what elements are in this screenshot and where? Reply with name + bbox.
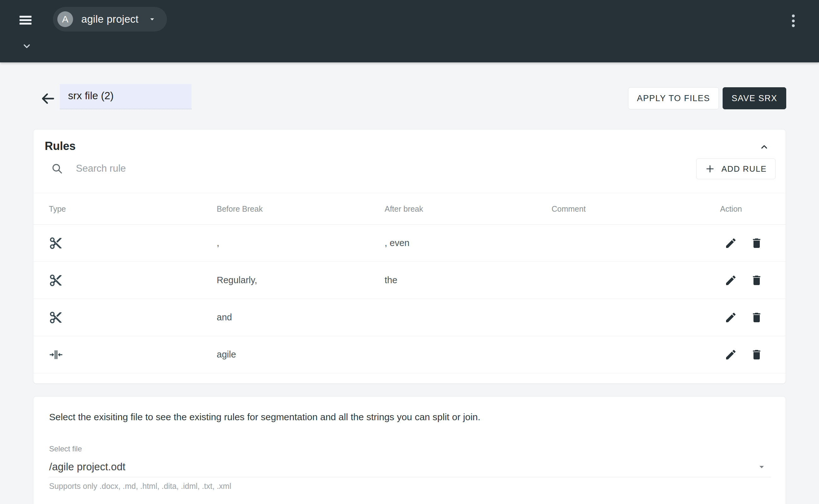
- delete-rule-button[interactable]: [750, 236, 764, 250]
- srx-title-input[interactable]: [60, 84, 192, 109]
- avatar: A: [57, 11, 73, 27]
- join-icon: [49, 348, 63, 362]
- add-rule-label: ADD RULE: [721, 164, 766, 174]
- project-switcher[interactable]: A agile project: [53, 7, 167, 31]
- column-header-comment: Comment: [552, 204, 720, 214]
- collapse-section-button[interactable]: [757, 141, 772, 153]
- trash-icon: [750, 348, 763, 361]
- scissors-icon: [49, 236, 63, 250]
- arrow-left-icon: [40, 90, 56, 107]
- rules-card-header: Rules: [33, 129, 786, 155]
- project-name: agile project: [81, 13, 139, 25]
- menu-icon[interactable]: [20, 16, 31, 25]
- pencil-icon: [725, 311, 737, 324]
- edit-rule-button[interactable]: [724, 348, 738, 362]
- delete-rule-button[interactable]: [750, 348, 764, 362]
- file-format-helper-text: Supports only .docx, .md, .html, .dita, …: [49, 482, 231, 491]
- before-break-value: ,: [217, 238, 385, 248]
- before-break-value: and: [217, 312, 385, 323]
- apply-to-files-button[interactable]: APPLY TO FILES: [628, 87, 719, 109]
- file-select-dropdown[interactable]: /agile project.odt: [49, 456, 771, 477]
- caret-down-icon: [757, 462, 766, 472]
- back-button[interactable]: [39, 90, 57, 107]
- rule-search: [51, 162, 252, 175]
- file-select-card: Select the exisiting file to see the exi…: [33, 396, 786, 504]
- trash-icon: [750, 311, 763, 324]
- add-rule-button[interactable]: ADD RULE: [696, 158, 776, 179]
- rule-row: , , even: [33, 225, 786, 262]
- column-header-type: Type: [49, 204, 217, 214]
- more-options-icon[interactable]: [790, 14, 796, 27]
- scissors-icon: [49, 273, 63, 287]
- chevron-up-icon: [758, 142, 770, 152]
- before-break-value: agile: [217, 349, 385, 360]
- edit-rule-button[interactable]: [724, 273, 738, 287]
- column-header-after-break: After break: [385, 204, 552, 214]
- before-break-value: Regularly,: [217, 275, 385, 285]
- column-header-before-break: Before Break: [217, 204, 385, 214]
- search-icon: [51, 162, 63, 175]
- rules-toolbar: ADD RULE: [33, 155, 786, 190]
- trash-icon: [750, 237, 763, 249]
- trash-icon: [750, 274, 763, 287]
- selected-file-value: /agile project.odt: [49, 461, 125, 473]
- edit-rule-button[interactable]: [724, 236, 738, 250]
- after-break-value: the: [385, 275, 552, 285]
- delete-rule-button[interactable]: [750, 273, 764, 287]
- pencil-icon: [725, 348, 737, 361]
- pencil-icon: [725, 237, 737, 249]
- top-navbar: A agile project: [0, 0, 819, 62]
- rule-row: and: [33, 299, 786, 336]
- rule-row: agile: [33, 336, 786, 373]
- delete-rule-button[interactable]: [750, 311, 764, 324]
- chevron-down-icon[interactable]: [21, 41, 33, 51]
- rules-title: Rules: [45, 140, 76, 153]
- rules-card: Rules ADD RULE Type: [33, 129, 786, 384]
- file-select-description: Select the exisiting file to see the exi…: [49, 412, 480, 422]
- pencil-icon: [725, 274, 737, 287]
- edit-rule-button[interactable]: [724, 311, 738, 324]
- save-srx-button[interactable]: SAVE SRX: [723, 87, 786, 109]
- after-break-value: , even: [385, 238, 552, 248]
- app-root: A agile project APPLY TO FILES SAVE SRX …: [0, 0, 819, 504]
- scissors-icon: [49, 311, 63, 324]
- search-rule-input[interactable]: [76, 163, 252, 174]
- caret-down-icon: [148, 15, 156, 23]
- column-header-action: Action: [720, 204, 786, 214]
- plus-icon: [705, 164, 715, 174]
- select-file-label: Select file: [49, 444, 82, 453]
- rules-table-header: Type Before Break After break Comment Ac…: [33, 193, 786, 225]
- rule-row: Regularly, the: [33, 262, 786, 299]
